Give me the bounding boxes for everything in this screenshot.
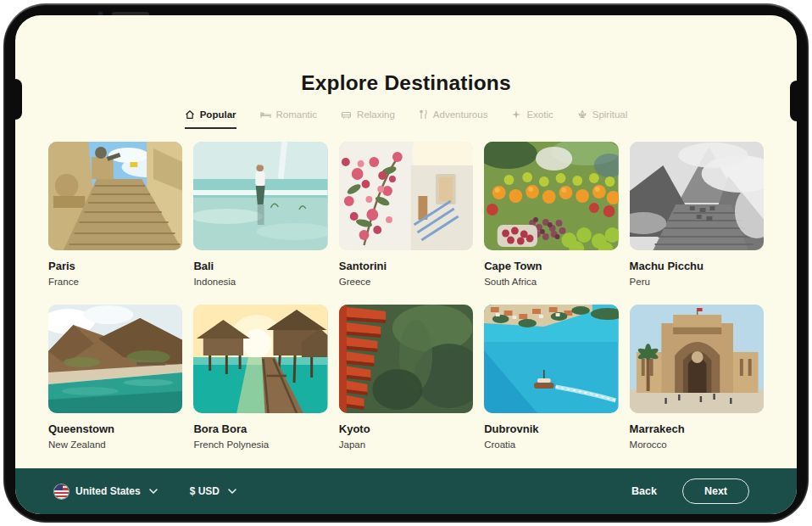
santorini-photo [339, 142, 473, 250]
tab-label: Popular [200, 109, 236, 120]
destination-card-paris[interactable]: Paris France [48, 142, 182, 287]
tab-label: Adventurous [433, 109, 488, 120]
destination-country: French Polynesia [193, 439, 327, 450]
destination-card-kyoto[interactable]: Kyoto Japan [339, 305, 473, 450]
bali-photo [193, 142, 327, 250]
borabora-photo [193, 305, 327, 413]
kyoto-photo [339, 305, 473, 413]
chevron-down-icon [228, 489, 236, 494]
app-screen: Explore Destinations Popular Romantic Re… [15, 15, 797, 514]
tab-label: Romantic [276, 109, 318, 120]
tab-romantic[interactable]: Romantic [260, 109, 318, 129]
tab-label: Spiritual [592, 109, 628, 120]
destination-country: Japan [339, 439, 473, 450]
tab-popular[interactable]: Popular [185, 109, 236, 129]
home-icon [185, 109, 195, 120]
next-button[interactable]: Next [682, 478, 749, 504]
destination-name: Paris [48, 260, 182, 272]
region-selector[interactable]: United States [54, 484, 158, 499]
tab-label: Exotic [526, 109, 553, 120]
tab-exotic[interactable]: Exotic [511, 109, 553, 129]
destination-card-santorini[interactable]: Santorini Greece [339, 142, 473, 287]
destination-country: New Zealand [48, 439, 182, 450]
destination-card-marrakech[interactable]: Marrakech Morocco [630, 305, 764, 450]
machupicchu-photo [630, 142, 764, 250]
page-title: Explore Destinations [15, 71, 797, 95]
destination-name: Marrakech [630, 422, 764, 435]
bed-icon [260, 109, 271, 120]
destination-card-bali[interactable]: Bali Indonesia [193, 142, 327, 287]
capetown-photo [484, 142, 618, 250]
tablet-mockup: Explore Destinations Popular Romantic Re… [0, 0, 812, 526]
destination-country: South Africa [484, 277, 618, 287]
destination-card-machupicchu[interactable]: Machu Picchu Peru [630, 142, 764, 287]
paris-photo [48, 142, 182, 250]
destination-country: Greece [339, 277, 473, 287]
destination-name: Kyoto [339, 422, 473, 435]
destination-name: Dubrovnik [484, 422, 618, 435]
side-button-right [790, 81, 803, 121]
currency-label: $ USD [190, 485, 220, 497]
destination-country: Indonesia [193, 277, 327, 287]
destination-country: Morocco [630, 439, 764, 450]
tab-relaxing[interactable]: Relaxing [341, 109, 395, 129]
bottom-bar: United States $ USD Back Next [15, 468, 797, 514]
back-button[interactable]: Back [626, 484, 662, 498]
destination-name: Santorini [339, 260, 473, 272]
destination-name: Queenstown [48, 422, 182, 435]
destination-card-queenstown[interactable]: Queenstown New Zealand [48, 305, 182, 450]
utensils-icon [419, 109, 428, 120]
region-label: United States [75, 485, 141, 497]
sparkle-icon [511, 109, 521, 120]
destination-name: Machu Picchu [630, 260, 764, 272]
chevron-down-icon [149, 489, 158, 494]
dubrovnik-photo [484, 305, 618, 413]
category-tabs: Popular Romantic Relaxing Adventurous [15, 109, 797, 129]
destination-card-capetown[interactable]: Cape Town South Africa [484, 142, 618, 287]
marrakech-photo [630, 305, 764, 413]
queenstown-photo [48, 305, 182, 413]
lounge-icon [341, 109, 352, 120]
destination-name: Bora Bora [193, 422, 327, 435]
destination-country: Croatia [484, 439, 618, 450]
destination-card-dubrovnik[interactable]: Dubrovnik Croatia [484, 305, 618, 450]
destination-name: Bali [193, 260, 327, 272]
tab-adventurous[interactable]: Adventurous [419, 109, 488, 129]
destination-card-borabora[interactable]: Bora Bora French Polynesia [193, 305, 327, 450]
destination-grid: Paris France [15, 129, 797, 450]
destination-name: Cape Town [484, 260, 618, 272]
side-button-left [9, 79, 22, 120]
currency-selector[interactable]: $ USD [190, 485, 236, 497]
tab-spiritual[interactable]: Spiritual [577, 109, 628, 129]
tab-label: Relaxing [357, 109, 395, 120]
destination-country: France [48, 277, 182, 287]
us-flag-icon [54, 484, 69, 499]
destination-country: Peru [630, 277, 764, 287]
lotus-icon [577, 109, 587, 120]
